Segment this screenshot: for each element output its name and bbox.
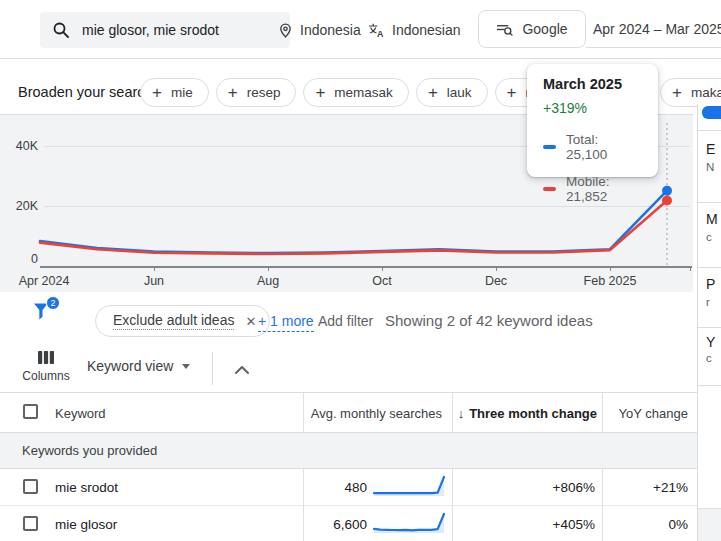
date-range-selector[interactable]: Apr 2024 – Mar 2025: [586, 10, 721, 48]
panel-item-subtitle: r: [706, 296, 710, 308]
panel-item[interactable]: E: [706, 141, 715, 157]
tooltip-mobile-row: Mobile: 21,852: [543, 174, 642, 204]
keyword-search-input[interactable]: mie glosor, mie srodot: [40, 12, 290, 48]
panel-divider: [698, 327, 721, 328]
column-border: [602, 469, 603, 541]
exclude-adult-ideas-filter-chip[interactable]: Exclude adult ideas: [95, 305, 270, 337]
sparkline-chart: [372, 511, 448, 535]
broaden-chip-mie[interactable]: +mie: [140, 78, 209, 107]
add-icon: +: [507, 84, 517, 101]
filter-funnel-button[interactable]: 2: [33, 302, 63, 328]
network-selector-button[interactable]: Google: [478, 10, 586, 48]
location-selector[interactable]: Indonesia: [278, 12, 361, 48]
column-border: [303, 469, 304, 541]
keywords-you-provided-section: Keywords you provided: [0, 433, 697, 468]
panel-divider: [698, 202, 721, 203]
column-border: [452, 469, 453, 541]
chart-hover-tooltip: March 2025 +319% Total: 25,100 Mobile: 2…: [527, 64, 658, 177]
broaden-chip-resep[interactable]: +resep: [216, 78, 297, 107]
panel-footer-block: [698, 508, 721, 541]
column-border: [303, 393, 304, 432]
row-checkbox[interactable]: [23, 516, 38, 531]
add-icon: +: [315, 84, 325, 101]
refine-keywords-panel: E N M c P r Y c: [697, 104, 721, 541]
avg-searches-cell: 480: [255, 480, 367, 495]
keyword-planner-page: mie glosor, mie srodot Indonesia A Indon…: [0, 0, 721, 541]
sort-descending-icon: [458, 406, 470, 421]
add-icon: +: [152, 84, 162, 101]
topbar-divider: [0, 58, 721, 59]
header-yoy-change[interactable]: YoY change: [600, 406, 688, 421]
search-icon: [52, 21, 70, 39]
chevron-up-icon: [234, 365, 250, 375]
panel-tab[interactable]: [702, 106, 721, 119]
header-keyword[interactable]: Keyword: [55, 406, 106, 421]
location-value: Indonesia: [300, 22, 361, 38]
mobile-legend-dash-icon: [543, 187, 556, 191]
location-pin-icon: [278, 23, 293, 38]
broaden-search-label: Broaden your search:: [18, 84, 157, 100]
columns-label: Columns: [22, 369, 69, 383]
view-selector-value: Keyword view: [87, 358, 173, 374]
collapse-chart-button[interactable]: [234, 361, 250, 379]
showing-results-text: Showing 2 of 42 keyword ideas: [385, 312, 593, 329]
panel-item-subtitle: N: [706, 161, 714, 173]
columns-button[interactable]: Columns: [20, 350, 72, 383]
select-all-checkbox[interactable]: [23, 404, 38, 419]
panel-divider: [698, 385, 721, 386]
panel-item-subtitle: c: [706, 352, 712, 364]
filter-count-badge: 2: [46, 296, 60, 310]
three-month-change-cell: +806%: [455, 480, 595, 495]
row-checkbox[interactable]: [23, 479, 38, 494]
language-selector[interactable]: A Indonesian: [368, 12, 461, 48]
add-icon: +: [672, 84, 682, 101]
broaden-chip-memasak[interactable]: +memasak: [303, 78, 408, 107]
svg-text:A: A: [377, 29, 384, 38]
tooltip-month: March 2025: [543, 76, 642, 92]
keyword-cell: mie srodot: [55, 480, 118, 495]
panel-item-subtitle: c: [706, 231, 712, 243]
more-filters-link[interactable]: + 1 more: [258, 313, 314, 332]
avg-searches-cell: 6,600: [255, 517, 367, 532]
three-month-change-cell: +405%: [455, 517, 595, 532]
chevron-down-icon: [182, 364, 190, 369]
add-icon: +: [428, 84, 438, 101]
panel-item[interactable]: P: [706, 276, 715, 292]
translate-icon: A: [368, 23, 385, 38]
close-icon[interactable]: [245, 314, 256, 329]
sparkline-chart: [372, 474, 448, 498]
search-network-icon: [496, 22, 513, 37]
add-filter-button[interactable]: Add filter: [318, 313, 373, 329]
column-border: [452, 393, 453, 432]
panel-divider: [698, 130, 721, 131]
language-value: Indonesian: [392, 22, 461, 38]
keyword-view-dropdown[interactable]: Keyword view: [87, 358, 190, 374]
columns-icon: [37, 350, 55, 365]
date-range-value: Apr 2024 – Mar 2025: [593, 21, 721, 37]
table-row[interactable]: mie srodot 480 +806% +21%: [0, 469, 697, 505]
panel-item[interactable]: M: [706, 211, 718, 227]
total-legend-dash-icon: [543, 145, 556, 149]
panel-divider: [698, 267, 721, 268]
keyword-cell: mie glosor: [55, 517, 117, 532]
table-row[interactable]: mie glosor 6,600 +405% 0%: [0, 506, 697, 541]
tooltip-mobile-value: Mobile: 21,852: [566, 174, 642, 204]
table-header-row: Keyword Avg. monthly searches Three mont…: [0, 393, 697, 432]
filter-chip-label: Exclude adult ideas: [113, 312, 234, 330]
broaden-chip-lauk[interactable]: +lauk: [416, 78, 488, 107]
header-three-month-change[interactable]: Three month change: [417, 406, 597, 421]
network-value: Google: [522, 21, 567, 37]
broaden-chip-makanan[interactable]: +makana: [660, 78, 721, 107]
tooltip-total-value: Total: 25,100: [566, 132, 642, 162]
search-value: mie glosor, mie srodot: [82, 22, 219, 38]
toolbar-divider: [212, 352, 213, 385]
column-border: [602, 393, 603, 432]
tooltip-change: +319%: [543, 100, 642, 116]
add-icon: +: [228, 84, 238, 101]
yoy-change-cell: +21%: [600, 480, 688, 495]
yoy-change-cell: 0%: [600, 517, 688, 532]
section-label: Keywords you provided: [22, 443, 157, 458]
tooltip-total-row: Total: 25,100: [543, 132, 642, 162]
panel-item[interactable]: Y: [706, 334, 715, 350]
